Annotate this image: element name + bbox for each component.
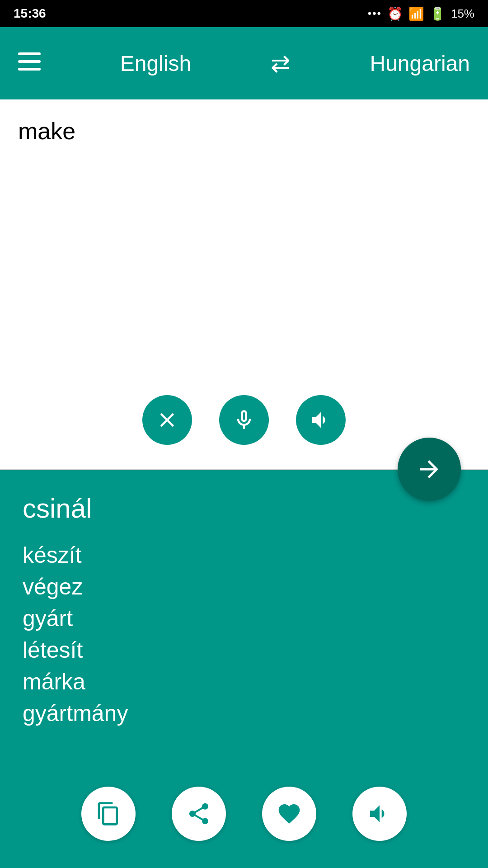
dots-icon: ••• (368, 7, 382, 20)
alt-translation-4: létesít (23, 637, 465, 663)
microphone-button[interactable] (219, 395, 269, 445)
svg-rect-2 (18, 68, 41, 71)
input-action-buttons (18, 382, 470, 458)
share-button[interactable] (172, 787, 226, 841)
listen-translation-button[interactable] (352, 787, 407, 841)
translate-button[interactable] (398, 438, 461, 501)
alt-translation-6: gyártmány (23, 700, 465, 726)
bottom-action-bar (0, 787, 488, 841)
svg-rect-0 (18, 52, 41, 55)
status-time: 15:36 (14, 6, 46, 21)
swap-languages-icon[interactable]: ⇄ (271, 50, 291, 77)
favorite-button[interactable] (262, 787, 316, 841)
source-text-input[interactable]: make (18, 118, 470, 380)
svg-rect-1 (18, 60, 41, 63)
battery-percent: 15% (451, 7, 474, 21)
speaker-button[interactable] (296, 395, 346, 445)
results-area: csinál készít végez gyárt létesít márka … (0, 470, 488, 868)
alarm-icon: ⏰ (387, 6, 403, 21)
status-icons: ••• ⏰ 📶 🔋 15% (368, 6, 474, 21)
alt-translation-5: márka (23, 669, 465, 695)
toolbar: English ⇄ Hungarian (0, 27, 488, 99)
sim-icon: 📶 (408, 6, 424, 21)
alt-translation-1: készít (23, 542, 465, 568)
alternative-translations: készít végez gyárt létesít márka gyártmá… (23, 542, 465, 726)
menu-icon[interactable] (18, 52, 41, 74)
source-language[interactable]: English (120, 51, 191, 76)
primary-translation: csinál (23, 493, 465, 524)
copy-button[interactable] (81, 787, 136, 841)
input-area: make (0, 99, 488, 470)
alt-translation-2: végez (23, 574, 465, 600)
main-content: make cs (0, 99, 488, 868)
alt-translation-3: gyárt (23, 605, 465, 632)
battery-icon: 🔋 (430, 6, 446, 21)
clear-button[interactable] (142, 395, 192, 445)
status-bar: 15:36 ••• ⏰ 📶 🔋 15% (0, 0, 488, 27)
target-language[interactable]: Hungarian (370, 51, 470, 76)
